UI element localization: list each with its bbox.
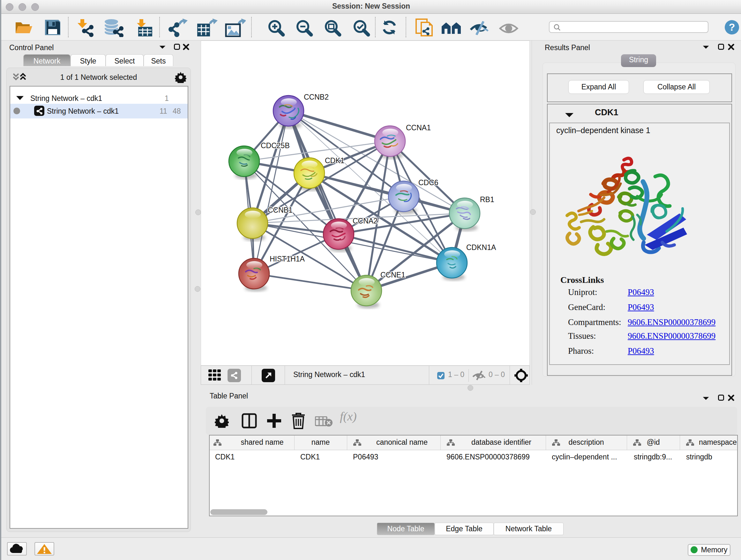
svg-text:CDC6: CDC6 bbox=[418, 179, 439, 187]
svg-text:CCNE1: CCNE1 bbox=[381, 271, 405, 279]
svg-text:CCNA2: CCNA2 bbox=[353, 217, 378, 225]
svg-text:CDC25B: CDC25B bbox=[261, 141, 290, 150]
svg-text:CDK1: CDK1 bbox=[325, 157, 344, 165]
svg-text:CCNB1: CCNB1 bbox=[268, 206, 293, 214]
svg-text:CDKN1A: CDKN1A bbox=[466, 243, 496, 252]
svg-text:HIST1H1A: HIST1H1A bbox=[270, 255, 305, 263]
svg-text:CCNA1: CCNA1 bbox=[406, 124, 431, 132]
svg-text:CCNB2: CCNB2 bbox=[304, 93, 329, 101]
svg-text:RB1: RB1 bbox=[480, 195, 494, 204]
